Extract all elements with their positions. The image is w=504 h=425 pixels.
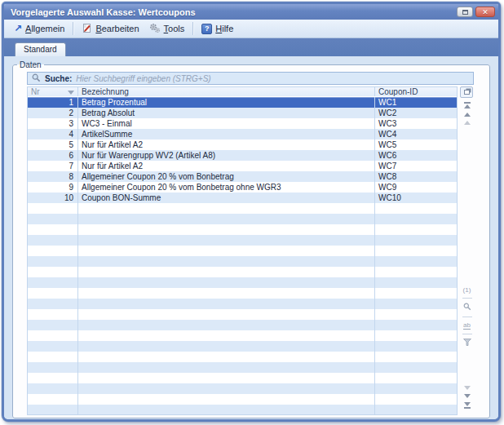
move-down-icon[interactable] [464,394,471,398]
window-controls: ✕ [457,7,495,17]
close-button[interactable]: ✕ [475,7,495,17]
grid-nav-strip: (1) ab [460,100,474,415]
scroll-to-bottom-icon[interactable] [464,402,471,409]
table-row-empty [28,352,457,362]
table-row-empty [28,362,457,373]
text-find-icon[interactable]: ab [463,321,471,330]
magnifier-icon [32,71,41,86]
content-panel: Daten Suche: Hier Suchbegriff eingeben (… [4,56,498,422]
table-row-empty [28,277,457,288]
columns-icon[interactable]: (1) [463,286,471,294]
table-row-empty [28,256,457,267]
strip-separator [462,334,472,334]
column-chooser-icon [464,90,470,95]
table-row[interactable]: 10Coupon BON-SummeWC10 [28,193,457,203]
search-label: Suche: [45,74,72,83]
table-row-empty [28,309,457,320]
toolbar-label: Tools [164,24,185,33]
table-row[interactable]: 4ArtikelSummeWC4 [28,129,457,139]
toolbar-item-bearbeiten[interactable]: Bearbeiten [77,21,144,37]
maximize-icon [462,10,468,15]
table-row[interactable]: 8Allgemeiner Coupon 20 % vom BonbetragWC… [28,171,457,182]
table-row-empty [28,330,457,341]
table-row-empty [28,235,457,246]
table-row[interactable]: 5Nur für Artikel A2WC5 [28,139,457,150]
page-up-icon[interactable] [464,121,471,125]
titlebar: Vorgelagerte Auswahl Kasse: Wertcoupons … [4,4,498,20]
table-row-empty [28,214,457,224]
table-row[interactable]: 9Allgemeiner Coupon 20 % vom Bonbetrag o… [28,182,457,193]
table-row-empty [28,405,457,415]
filter-icon[interactable] [463,339,471,348]
daten-groupbox: Daten Suche: Hier Suchbegriff eingeben (… [12,60,490,418]
gears-icon [149,23,161,35]
toolbar-separator [192,22,193,35]
toolbar: ↗ Allgemein Bearbeiten [4,20,498,38]
column-chooser-button[interactable] [460,86,473,98]
toolbar-item-allgemein[interactable]: ↗ Allgemein [9,22,69,35]
table-row[interactable]: 1Betrag ProzentualWC1 [28,97,457,108]
table-row[interactable]: 2Betrag AbsolutWC2 [28,108,457,118]
table-row-empty [28,224,457,235]
column-header-bezeichnung[interactable]: Bezeichnung [78,87,375,96]
table-row-empty [28,341,457,352]
window-title: Vorgelagerte Auswahl Kasse: Wertcoupons [11,7,457,17]
arrow-up-right-icon: ↗ [14,24,22,33]
toolbar-label: Bearbeiten [95,24,139,33]
column-header-nr[interactable]: Nr [28,87,78,96]
move-up-icon[interactable] [464,113,471,117]
toolbar-label: Allgemein [25,24,64,33]
window: Vorgelagerte Auswahl Kasse: Wertcoupons … [2,2,501,422]
tab-band: Standard [4,38,498,56]
daten-label: Daten [17,60,44,69]
table-row-empty [28,383,457,394]
table-row-empty [28,373,457,383]
tab-standard[interactable]: Standard [15,42,66,56]
search-icon[interactable] [463,303,471,312]
table-row-empty [28,203,457,214]
strip-separator [462,298,472,299]
table-row-empty [28,299,457,309]
notebook-pen-icon [82,23,92,35]
table-row[interactable]: 7Nur für Artikel A2WC7 [28,161,457,171]
table-row[interactable]: 3WC3 - EinmalWC3 [28,118,457,129]
search-placeholder: Hier Suchbegriff eingeben (STRG+S) [76,74,210,83]
toolbar-item-tools[interactable]: Tools [144,21,190,37]
page-down-icon[interactable] [464,386,471,390]
column-header-coupon-id[interactable]: Coupon-ID [375,87,457,96]
scroll-to-top-icon[interactable] [464,102,471,108]
table-row[interactable]: 6Nur für Warengrupp WV2 (Artikel A8)WC6 [28,150,457,161]
table-row-empty [28,394,457,405]
coupon-table: Nr Bezeichnung Coupon-ID 1Betrag Prozent… [27,86,458,415]
table-body: 1Betrag ProzentualWC12Betrag AbsolutWC23… [28,97,457,415]
strip-separator [462,317,472,317]
close-icon: ✕ [482,8,489,16]
toolbar-label: Hilfe [215,24,233,33]
table-row-empty [28,320,457,330]
question-icon: ? [201,24,212,34]
toolbar-item-hilfe[interactable]: ? Hilfe [197,22,238,36]
table-row-empty [28,246,457,256]
tab-label: Standard [24,45,57,54]
maximize-button[interactable] [457,7,473,17]
search-bar[interactable]: Suche: Hier Suchbegriff eingeben (STRG+S… [27,72,474,85]
toolbar-separator [73,22,73,35]
table-row-empty [28,288,457,299]
sort-desc-icon [68,91,74,95]
table-header: Nr Bezeichnung Coupon-ID [28,86,457,97]
table-row-empty [28,267,457,277]
